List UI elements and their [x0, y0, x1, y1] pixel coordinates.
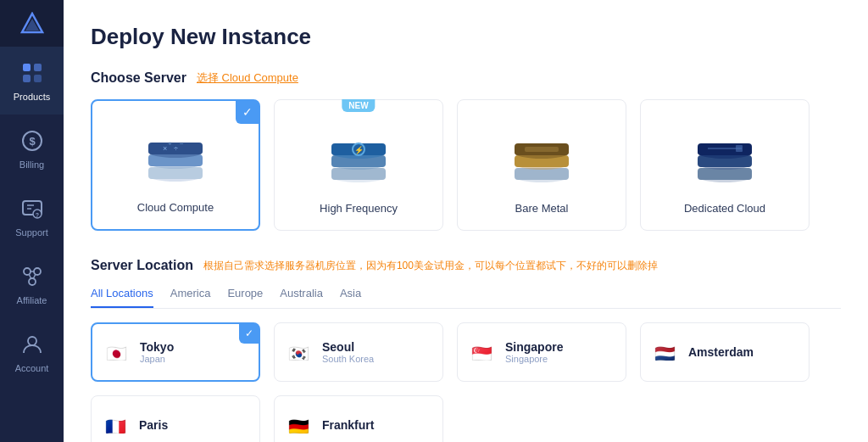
grid-icon	[19, 59, 46, 87]
location-card-seoul[interactable]: 🇰🇷 Seoul South Korea	[274, 322, 443, 382]
svg-text:÷: ÷	[174, 144, 178, 153]
svg-rect-5	[34, 75, 42, 82]
sidebar-label-affiliate: Affiliate	[17, 295, 47, 305]
singapore-info: Singapore Singapore	[505, 340, 563, 364]
dollar-icon: $	[19, 127, 46, 154]
selected-check: ✓	[236, 100, 259, 124]
sidebar-item-account[interactable]: Account	[0, 318, 64, 386]
account-icon	[19, 331, 46, 358]
server-location-label: Server Location	[91, 258, 193, 273]
sidebar: Products $ Billing ? Support	[0, 0, 64, 442]
new-badge: NEW	[342, 99, 375, 112]
location-card-tokyo[interactable]: ✓ 🇯🇵 Tokyo Japan	[91, 322, 260, 382]
bare-metal-icon	[504, 117, 580, 193]
sidebar-label-support: Support	[15, 227, 48, 238]
location-tabs: All Locations America Europe Australia A…	[91, 287, 841, 309]
svg-text:−: −	[180, 140, 184, 148]
frankfurt-info: Frankfurt	[322, 418, 374, 432]
svg-rect-31	[331, 168, 386, 180]
sidebar-item-support[interactable]: ? Support	[0, 182, 64, 250]
paris-flag: 🇫🇷	[105, 417, 129, 434]
logo-icon	[20, 12, 44, 36]
singapore-country: Singapore	[505, 354, 563, 364]
help-icon: ?	[19, 195, 46, 222]
cloud-compute-label: Cloud Compute	[137, 201, 214, 214]
sidebar-label-billing: Billing	[19, 159, 44, 170]
tab-asia[interactable]: Asia	[340, 287, 361, 308]
main-content: Deploy New Instance Choose Server 选择 Clo…	[64, 0, 868, 442]
svg-rect-39	[515, 168, 569, 180]
singapore-city: Singapore	[505, 340, 563, 354]
tokyo-city: Tokyo	[140, 340, 174, 354]
choose-server-badge: 选择 Cloud Compute	[197, 70, 298, 86]
paris-city: Paris	[139, 418, 168, 432]
svg-text:×: ×	[163, 144, 167, 153]
choose-server-label: Choose Server	[91, 70, 186, 86]
paris-info: Paris	[139, 418, 168, 432]
amsterdam-flag: 🇳🇱	[654, 344, 678, 361]
server-card-bare-metal[interactable]: Bare Metal	[457, 99, 626, 231]
svg-rect-44	[525, 147, 559, 152]
high-frequency-icon: ⚡	[320, 117, 397, 193]
dedicated-cloud-icon	[687, 117, 763, 193]
cloud-compute-icon: × ÷ + −	[137, 116, 214, 193]
location-card-singapore[interactable]: 🇸🇬 Singapore Singapore	[457, 322, 626, 382]
singapore-flag: 🇸🇬	[471, 344, 495, 361]
svg-point-19	[28, 337, 36, 345]
svg-text:?: ?	[35, 212, 38, 218]
svg-point-15	[29, 278, 36, 285]
svg-point-13	[24, 268, 31, 275]
svg-text:⚡: ⚡	[354, 145, 364, 155]
location-cards: ✓ 🇯🇵 Tokyo Japan 🇰🇷 Seoul South Korea 🇸🇬…	[91, 322, 841, 442]
tokyo-flag: 🇯🇵	[106, 344, 130, 361]
server-card-high-frequency[interactable]: NEW ⚡ High Frequency	[274, 99, 443, 231]
affiliate-icon	[19, 263, 46, 290]
server-location-badge: 根据自己需求选择服务器机房位置，因为有100美金试用金，可以每个位置都试下，不好…	[203, 259, 658, 273]
sidebar-label-products: Products	[14, 92, 50, 102]
high-frequency-label: High Frequency	[320, 202, 398, 215]
tab-australia[interactable]: Australia	[280, 287, 323, 308]
seoul-city: Seoul	[322, 340, 374, 354]
server-card-cloud-compute[interactable]: ✓ × ÷ + − Cl	[91, 99, 260, 231]
svg-rect-2	[23, 64, 31, 71]
svg-rect-46	[698, 168, 752, 180]
sidebar-item-products[interactable]: Products	[0, 47, 64, 115]
frankfurt-flag: 🇩🇪	[288, 417, 312, 434]
frankfurt-city: Frankfurt	[322, 418, 374, 432]
location-card-frankfurt[interactable]: 🇩🇪 Frankfurt	[274, 395, 443, 442]
server-type-cards: ✓ × ÷ + − Cl	[91, 99, 841, 231]
svg-rect-4	[23, 75, 31, 82]
seoul-country: South Korea	[322, 354, 374, 364]
server-location-header: Server Location 根据自己需求选择服务器机房位置，因为有100美金…	[91, 258, 841, 273]
svg-rect-3	[34, 64, 42, 71]
seoul-flag: 🇰🇷	[288, 344, 312, 361]
tokyo-country: Japan	[140, 354, 174, 364]
sidebar-item-billing[interactable]: $ Billing	[0, 115, 64, 182]
page-title: Deploy New Instance	[91, 24, 841, 50]
svg-rect-21	[148, 167, 203, 179]
location-card-paris[interactable]: 🇫🇷 Paris	[91, 395, 260, 442]
tab-europe[interactable]: Europe	[227, 287, 263, 308]
sidebar-label-account: Account	[15, 363, 49, 373]
svg-text:$: $	[29, 135, 36, 148]
sidebar-item-affiliate[interactable]: Affiliate	[0, 250, 64, 318]
location-card-amsterdam[interactable]: 🇳🇱 Amsterdam	[640, 322, 810, 382]
tokyo-check: ✓	[239, 323, 259, 344]
amsterdam-city: Amsterdam	[688, 345, 754, 359]
tab-america[interactable]: America	[170, 287, 211, 308]
svg-rect-50	[698, 143, 752, 155]
seoul-info: Seoul South Korea	[322, 340, 374, 364]
server-card-dedicated-cloud[interactable]: Dedicated Cloud	[640, 99, 810, 231]
tab-all-locations[interactable]: All Locations	[91, 287, 153, 308]
dedicated-cloud-label: Dedicated Cloud	[684, 202, 765, 215]
logo	[0, 0, 64, 47]
svg-rect-52	[736, 145, 743, 152]
choose-server-header: Choose Server 选择 Cloud Compute	[91, 70, 841, 86]
svg-text:+: +	[168, 140, 172, 148]
svg-point-14	[34, 268, 41, 275]
bare-metal-label: Bare Metal	[515, 202, 569, 215]
tokyo-info: Tokyo Japan	[140, 340, 174, 364]
amsterdam-info: Amsterdam	[688, 345, 754, 359]
